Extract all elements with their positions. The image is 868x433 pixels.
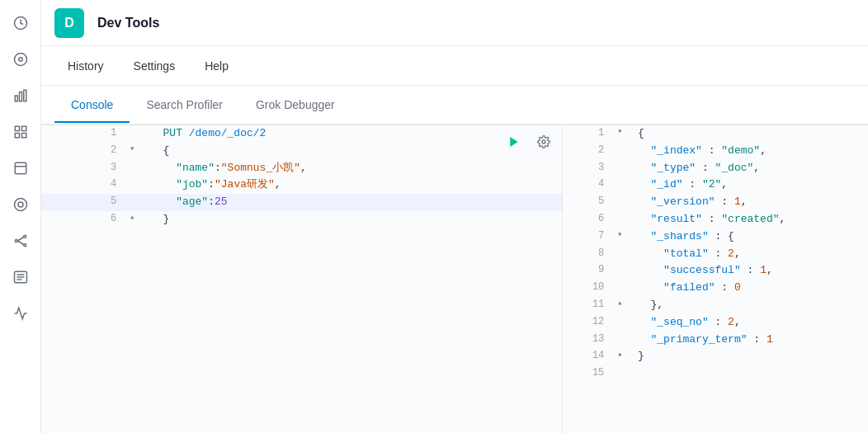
tab-console[interactable]: Console [54,88,130,123]
settings-button[interactable] [532,130,555,153]
table-row: 5 "age":25 [41,194,562,211]
code-table: 1 PUT /demo/_doc/2 2 ▾ { 3 "name [41,125,562,228]
sidebar [0,0,41,433]
svg-marker-23 [510,137,517,147]
svg-rect-9 [21,134,26,138]
table-row: 1 ▾ { [563,125,868,143]
graph-icon[interactable] [6,226,35,256]
app-icon: D [54,8,84,38]
table-row: 4 "job":"Java研发", [41,176,562,194]
svg-rect-6 [15,126,19,130]
table-row: 9 "successful" : 1, [563,262,868,280]
svg-rect-5 [23,90,26,101]
svg-point-1 [14,54,26,66]
svg-point-15 [23,235,26,238]
tab-grok-debugger[interactable]: Grok Debugger [239,88,351,123]
nav-help[interactable]: Help [191,53,242,79]
svg-rect-8 [15,134,19,138]
table-row: 10 "failed" : 0 [563,280,868,297]
content-area: 1 PUT /demo/_doc/2 2 ▾ { 3 "name [41,125,868,433]
table-row: 1 PUT /demo/_doc/2 [41,125,562,143]
svg-point-24 [542,140,545,144]
topbar: D Dev Tools [41,0,868,46]
svg-point-14 [15,240,17,242]
table-row: 11 ▴ }, [563,297,868,314]
svg-rect-3 [15,96,17,101]
nav-settings[interactable]: Settings [120,53,189,79]
app-title: Dev Tools [97,16,159,31]
svg-point-13 [18,202,23,207]
svg-rect-4 [19,92,21,101]
tab-search-profiler[interactable]: Search Profiler [130,88,239,123]
tabbar: Console Search Profiler Grok Debugger [41,86,868,125]
table-row: 7 ▾ "_shards" : { [563,228,868,246]
editor-panel: 1 PUT /demo/_doc/2 2 ▾ { 3 "name [41,125,563,433]
svg-rect-10 [15,162,26,174]
svg-point-2 [18,58,22,62]
table-row: 4 "_id" : "2", [563,176,868,194]
svg-point-16 [23,244,26,247]
discover-icon[interactable] [6,45,35,74]
table-row: 3 "_type" : "_doc", [563,160,868,177]
table-row: 2 ▾ { [41,143,562,160]
code-editor[interactable]: 1 PUT /demo/_doc/2 2 ▾ { 3 "name [41,125,562,433]
canvas-icon[interactable] [6,153,35,183]
table-row: 2 "_index" : "demo", [563,143,868,160]
apm-icon[interactable] [6,299,35,328]
output-panel: 1 ▾ { 2 "_index" : "demo", 3 "_type" : "… [563,125,868,433]
logs-icon[interactable] [6,262,35,292]
svg-point-12 [14,199,26,211]
table-row: 15 [563,365,868,381]
dashboard-icon[interactable] [6,117,35,147]
table-row: 6 ▴ } [41,211,562,228]
table-row: 3 "name":"Somnus_小凯", [41,160,562,177]
table-row: 5 "_version" : 1, [563,194,868,211]
maps-icon[interactable] [6,190,35,219]
output-table: 1 ▾ { 2 "_index" : "demo", 3 "_type" : "… [563,125,868,381]
table-row: 14 ▴ } [563,348,868,365]
main-content: D Dev Tools History Settings Help Consol… [41,0,868,433]
navbar: History Settings Help [41,46,868,86]
svg-line-17 [17,238,24,242]
table-row: 8 "total" : 2, [563,246,868,263]
clock-icon[interactable] [6,8,35,38]
run-button[interactable] [502,130,526,153]
svg-line-18 [17,241,24,245]
svg-rect-7 [21,126,26,130]
table-row: 6 "result" : "created", [563,211,868,228]
table-row: 13 "_primary_term" : 1 [563,332,868,349]
nav-history[interactable]: History [54,53,117,79]
visualize-icon[interactable] [6,81,35,111]
table-row: 12 "_seq_no" : 2, [563,314,868,332]
